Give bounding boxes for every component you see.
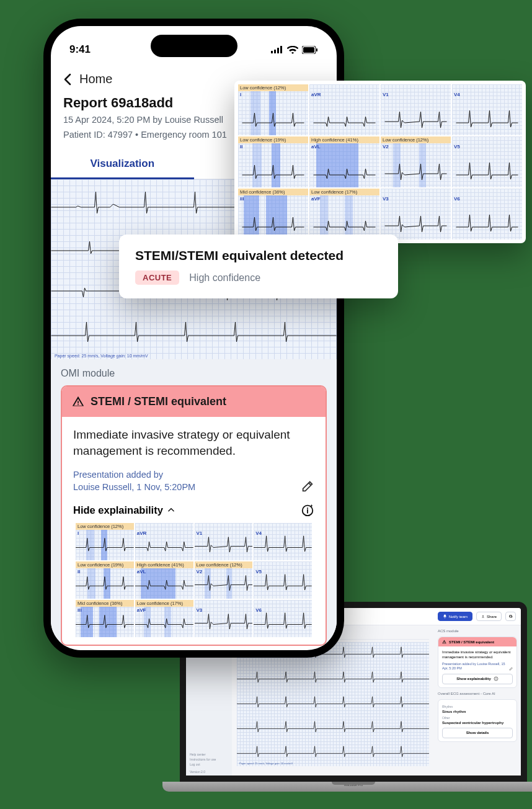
lead-label: V6 [454,196,460,202]
confidence-label [195,523,253,524]
assessment-title: Overall ECG assessment - Core AI [438,692,517,695]
svg-rect-4 [274,50,276,53]
sidebar-logout[interactable]: Log out [190,762,228,767]
wifi-icon [287,46,298,54]
ecg-lead-cell[interactable]: Low confidence (19%)II [76,561,134,599]
lead-label: III [240,196,244,202]
ecg-lead-cell[interactable]: Low confidence (17%)aVF [309,189,379,239]
phone-notch [151,35,237,57]
omi-presentation-line1: Presentation added by [73,468,195,481]
confidence-label: High confidence (41%) [309,136,379,143]
confidence-label: Low confidence (12%) [195,561,253,568]
confidence-label: Low confidence (17%) [135,600,193,607]
ecg-lead-cell[interactable]: V4 [452,84,522,135]
confidence-label [452,84,522,86]
ecg-lead-cell[interactable]: V3 [195,600,253,637]
lead-label: V1 [383,92,389,97]
chevron-up-icon [167,506,175,514]
lead-label: V3 [383,196,389,202]
omi-header-text: STEMI / STEMI equivalent [91,395,226,408]
detection-callout: STEMI/STEMI equivalent detected ACUTE Hi… [119,235,398,298]
settings-button[interactable] [505,612,516,621]
notify-label: Notify team [449,615,468,619]
share-button[interactable]: Share [476,612,502,621]
svg-rect-6 [280,46,282,53]
confidence-label [254,523,312,524]
confidence-label [254,561,312,563]
explainability-grid-float: Low confidence (12%)IaVRV1V4Low confiden… [237,83,523,241]
confidence-label: Low confidence (17%) [309,189,379,195]
ecg-lead-cell[interactable]: Low confidence (12%)I [76,523,134,560]
edit-icon[interactable] [509,666,513,671]
omi-card-header: STEMI / STEMI equivalent [62,387,326,417]
share-icon [481,615,485,619]
explainability-panel[interactable]: Low confidence (12%)IaVRV1V4Low confiden… [234,81,526,243]
tab-visualization[interactable]: Visualization [51,150,194,179]
omi-presentation-line2: Louise Russell, 1 Nov, 5:20PM [73,481,195,493]
share-label: Share [487,615,497,619]
omi-recommendation: Immediate invasive strategy or equivalen… [73,427,314,460]
lead-label: aVF [311,196,321,202]
ecg-lead-cell[interactable]: Mid confidence (36%)III [76,600,134,637]
warning-icon [72,395,84,408]
ecg-lead-cell[interactable]: V3 [381,189,451,239]
edit-icon[interactable] [301,480,314,493]
lead-label: V5 [454,144,460,150]
confidence-label: High confidence (41%) [135,561,193,568]
callout-title: STEMI/STEMI equivalent detected [135,248,382,263]
sidebar-version: Version 2.0 [190,769,228,774]
acs-sub: Presentation added by Louise Russell, 15… [442,662,509,671]
svg-rect-9 [316,48,317,51]
ecg-lead-cell[interactable]: High confidence (41%)aVL [135,561,193,599]
assessment-card: RhythmSinus rhythm OtherSuspected ventri… [438,699,517,742]
hide-explainability-button[interactable]: Hide explainability [73,504,175,516]
chevron-left-icon [63,73,72,86]
ecg-lead-cell[interactable]: aVR [135,523,193,560]
svg-rect-5 [277,48,279,53]
ecg-lead-cell[interactable]: V1 [195,523,253,560]
laptop-right: ACS module STEMI / STEMI equivalent Imme… [434,625,521,778]
confidence-label: Low confidence (19%) [76,561,134,568]
ecg-lead-cell[interactable]: Low confidence (12%)V2 [195,561,253,599]
ecg-lead-cell[interactable]: V5 [452,136,522,187]
ecg-lead-cell[interactable]: Low confidence (12%)V2 [381,136,451,187]
lead-label: I [240,92,241,97]
ecg-lead-cell[interactable]: V6 [254,600,312,637]
sidebar-help[interactable]: Help center [190,752,228,757]
confidence-label: Low confidence (12%) [76,523,134,530]
confidence-label [135,523,193,524]
sidebar-instructions[interactable]: Instructions for use [190,757,228,762]
confidence-label [452,136,522,138]
ecg-lead-cell[interactable]: High confidence (41%)aVL [309,136,379,187]
confidence-label: Mid confidence (36%) [238,189,308,195]
ecg-lead-cell[interactable]: V5 [254,561,312,599]
ecg-lead-cell[interactable]: Low confidence (17%)aVF [135,600,193,637]
nav-home-label: Home [79,72,112,86]
notify-team-button[interactable]: Notify team [438,612,472,621]
ecg-lead-cell[interactable]: V4 [254,523,312,560]
ecg-lead-cell[interactable]: Mid confidence (36%)III [238,189,308,239]
ecg-lead-cell[interactable]: V6 [452,189,522,239]
ecg-lead-cell[interactable]: Low confidence (12%)I [238,84,308,135]
confidence-label [309,84,379,86]
show-explain-button[interactable]: Show explainability [442,674,513,684]
svg-rect-8 [303,47,314,53]
lead-label: II [240,144,242,150]
laptop-ecg-footer: Paper speed: 25 mm/s, Voltage gain: 10 m… [239,762,293,765]
info-sparkle-icon[interactable] [301,503,314,517]
ecg-lead-cell[interactable]: Low confidence (19%)II [238,136,308,187]
lead-label: V2 [383,144,389,150]
lead-label: V4 [454,92,460,97]
omi-section: OMI module STEMI / STEMI equivalent Imme… [51,359,337,646]
confidence-label: Low confidence (19%) [238,136,308,143]
warning-icon [442,640,446,644]
ecg-lead-cell[interactable]: V1 [381,84,451,135]
laptop-base: MacBook Pro [162,782,532,792]
acs-section-title: ACS module [438,629,517,633]
ecg-lead-cell[interactable]: aVR [309,84,379,135]
show-details-button[interactable]: Show details [442,728,513,738]
acute-badge: ACUTE [135,270,179,285]
status-time: 9:41 [69,43,91,56]
explainability-grid-phone[interactable]: Low confidence (12%)IaVRV1V4Low confiden… [74,522,313,638]
laptop-ecg[interactable]: Paper speed: 25 mm/s, Voltage gain: 10 m… [237,642,429,766]
